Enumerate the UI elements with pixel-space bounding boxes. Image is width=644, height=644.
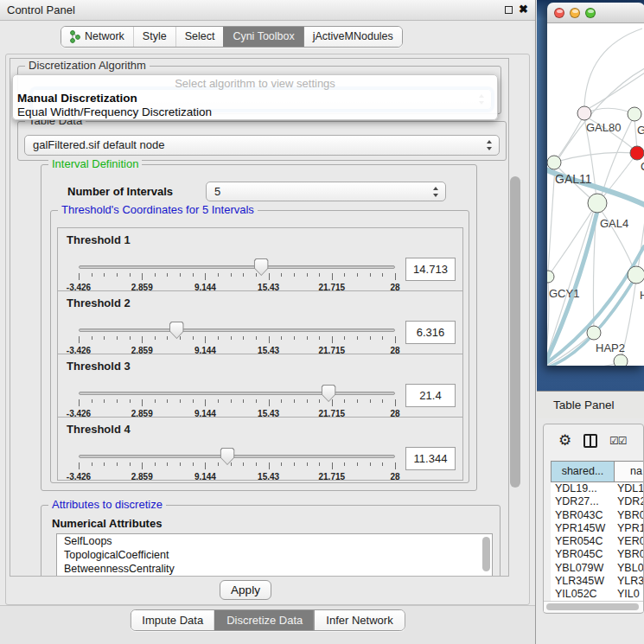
table-row[interactable]: YIL052CYIL0 [551, 588, 644, 601]
tab-label: Network [85, 27, 124, 47]
thresholds-stack: Threshold 1-3.4262.8599.14415.4321.71528… [57, 228, 463, 481]
tab-jactivemnodules[interactable]: jActiveMNodules [303, 27, 402, 47]
network-edge[interactable] [584, 29, 642, 106]
threshold-value-field[interactable]: 6.316 [405, 321, 456, 344]
slider-thumb[interactable] [220, 448, 235, 465]
threshold-value-field[interactable]: 21.4 [405, 384, 456, 407]
columns-icon[interactable] [583, 434, 597, 448]
cell-name: YPR1 [615, 522, 644, 535]
checkboxes-icon[interactable]: ☑☑ [609, 435, 627, 447]
table-row[interactable]: YER054CYER0 [551, 535, 644, 548]
slider-thumb[interactable] [254, 258, 269, 276]
tab-impute-data[interactable]: Impute Data [131, 610, 214, 630]
network-node[interactable] [614, 354, 628, 366]
cell-name: YIL0 [615, 588, 644, 601]
bottom-tabbar: Impute DataDiscretize DataInfer Network [0, 605, 535, 644]
cell-shared-name: YBR045C [551, 548, 615, 561]
cyni-toolbox-panel: Discretization Algorithm Select algorith… [5, 54, 530, 605]
top-tabbar: NetworkStyleSelectCyni ToolboxjActiveMNo… [0, 23, 535, 51]
hscrollbar-thumb[interactable] [546, 603, 639, 610]
network-graph: GAL80GACGAL11GAL4GCY1HHAP2 [547, 23, 644, 366]
panel-vertical-scrollbar[interactable] [514, 58, 526, 577]
network-node-label: C [641, 160, 644, 173]
column-header-shared-name[interactable]: shared... [551, 461, 615, 482]
network-node-c[interactable] [630, 146, 644, 160]
attribute-item[interactable]: SelfLoops [57, 534, 492, 548]
network-edge[interactable] [588, 73, 644, 109]
network-edge[interactable] [556, 118, 583, 160]
dropdown-option-equal-width[interactable]: Equal Width/Frequency Discretization [17, 105, 493, 119]
table-row[interactable]: YBR045CYBR0 [551, 548, 644, 561]
control-panel-titlebar: Control Panel ✖ [0, 0, 535, 21]
gear-icon[interactable]: ⚙ [558, 431, 571, 450]
attributes-group: Attributes to discretize Numerical Attri… [41, 505, 501, 577]
threshold-slider[interactable]: -3.4262.8599.14415.4321.71528 [79, 387, 395, 417]
attributes-scrollbar[interactable] [482, 537, 490, 571]
algorithm-dropdown-popup: Select algorithm to view settings Manual… [12, 74, 498, 120]
tab-style[interactable]: Style [133, 27, 175, 47]
mac-close-button[interactable] [554, 8, 564, 18]
scrollbar-thumb[interactable] [510, 176, 520, 488]
table-row[interactable]: YBL079WYBL0 [551, 562, 644, 575]
table-data-combobox[interactable]: galFiltered.sif default node [24, 135, 500, 156]
threshold-value-field[interactable]: 11.344 [405, 447, 456, 470]
network-node-hap2[interactable] [587, 326, 601, 340]
slider-track[interactable] [79, 455, 395, 458]
attribute-item[interactable]: BetweennessCentrality [57, 562, 492, 576]
tab-discretize-data[interactable]: Discretize Data [214, 610, 314, 630]
float-window-icon[interactable] [505, 6, 513, 14]
network-view-window[interactable]: GAL80GACGAL11GAL4GCY1HHAP2 [547, 3, 644, 366]
threshold-label: Threshold 1 [67, 233, 131, 246]
slider-thumb[interactable] [322, 385, 336, 402]
table-horizontal-scrollbar[interactable] [544, 601, 643, 612]
slider-track[interactable] [79, 265, 395, 269]
network-node-gal4[interactable] [588, 194, 607, 213]
number-of-intervals-label: Number of Intervals [67, 185, 173, 198]
thresholds-group-title: Threshold's Coordinates for 5 Intervals [58, 203, 258, 216]
table-row[interactable]: YLR345WYLR3 [551, 575, 644, 588]
cell-name: YLR3 [615, 575, 644, 588]
threshold-slider[interactable]: -3.4262.8599.14415.4321.71528 [79, 324, 395, 354]
table-row[interactable]: YDR27...YDR2 [551, 495, 644, 508]
number-of-intervals-combobox[interactable]: 5 [206, 182, 446, 201]
cell-shared-name: YBL079W [551, 562, 615, 575]
table-row[interactable]: YBR043CYBR0 [551, 509, 644, 522]
combo-stepper-icon [487, 140, 493, 150]
apply-button[interactable]: Apply [220, 580, 271, 600]
tab-network[interactable]: Network [61, 27, 133, 47]
network-edge[interactable] [557, 152, 634, 162]
dropdown-option-manual[interactable]: Manual Discretization [17, 92, 493, 105]
attribute-item[interactable]: TopologicalCoefficient [57, 548, 492, 562]
mac-zoom-button[interactable] [585, 8, 596, 18]
thresholds-group: Threshold's Coordinates for 5 Intervals … [50, 210, 469, 483]
network-node-h[interactable] [628, 266, 644, 284]
column-header-name[interactable]: na [615, 461, 644, 482]
slider-thumb[interactable] [169, 322, 184, 339]
threshold-slider[interactable]: -3.4262.8599.14415.4321.71528 [79, 261, 395, 290]
network-canvas[interactable]: GAL80GACGAL11GAL4GCY1HHAP2 [547, 23, 644, 366]
network-node-gal80[interactable] [577, 106, 591, 120]
threshold-value-field[interactable]: 14.713 [405, 258, 456, 281]
network-node-gal11[interactable] [547, 156, 561, 169]
network-node-ga[interactable] [628, 107, 641, 121]
cell-shared-name: YBR043C [551, 509, 615, 522]
cell-shared-name: YER054C [551, 535, 615, 548]
close-icon[interactable]: ✖ [519, 3, 528, 16]
network-node-gcy1[interactable] [547, 271, 554, 283]
network-icon [70, 30, 80, 43]
tab-cyni-toolbox[interactable]: Cyni Toolbox [223, 27, 303, 47]
bottom-tab-bar: Impute DataDiscretize DataInfer Network [130, 609, 405, 631]
network-edge[interactable] [548, 167, 555, 271]
mac-minimize-button[interactable] [570, 8, 580, 18]
network-edge[interactable] [596, 278, 634, 330]
network-node-label: H [640, 289, 644, 302]
table-row[interactable]: YPR145WYPR1 [551, 522, 644, 535]
tab-select[interactable]: Select [175, 27, 224, 47]
slider-track[interactable] [79, 392, 395, 395]
tab-infer-network[interactable]: Infer Network [314, 610, 404, 630]
slider-track[interactable] [79, 328, 395, 332]
table-row[interactable]: YDL19...YDL1 [551, 482, 644, 495]
numerical-attributes-list[interactable]: SelfLoopsTopologicalCoefficientBetweenne… [56, 533, 493, 577]
network-edge[interactable] [638, 220, 644, 269]
threshold-slider[interactable]: -3.4262.8599.14415.4321.71528 [79, 450, 395, 480]
